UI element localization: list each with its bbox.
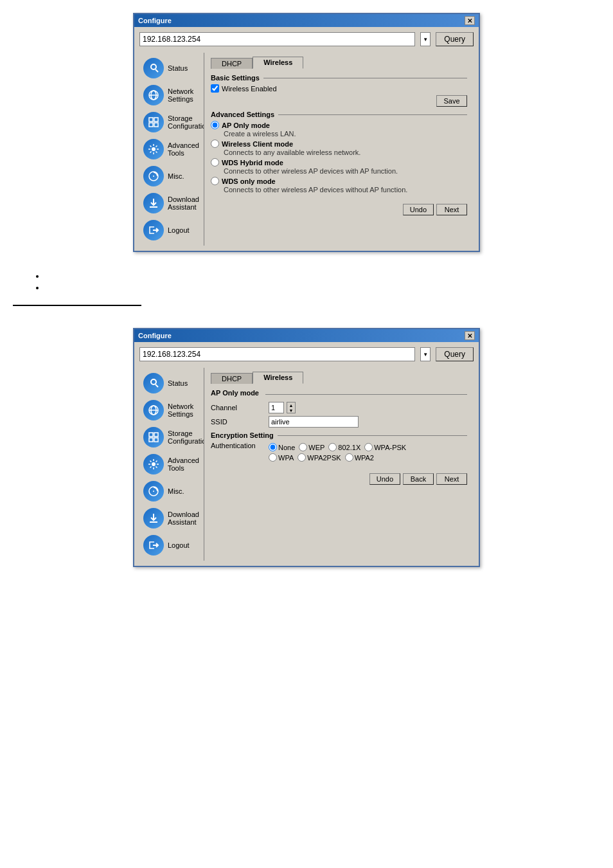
auth-wpa2-radio[interactable] (345, 453, 353, 462)
bullets-section (13, 271, 600, 292)
sidebar-label-download-1: DownloadAssistant (168, 195, 199, 211)
tab-dhcp-2[interactable]: DHCP (211, 373, 253, 384)
auth-none-radio[interactable] (269, 443, 277, 451)
window-title-2: Configure (138, 332, 172, 339)
auth-row: Authentication None WEP (211, 442, 467, 463)
tab-dhcp-1[interactable]: DHCP (211, 58, 253, 69)
auth-wpa2psk-radio[interactable] (298, 453, 306, 462)
svg-rect-21 (154, 438, 158, 442)
auth-wpa-radio[interactable] (269, 453, 277, 462)
auth-wpapsk-radio[interactable] (364, 443, 373, 451)
logout-icon-1 (143, 220, 164, 240)
ap-mode-header-row: AP Only mode (211, 389, 467, 399)
auth-wpa: WPA (269, 453, 294, 462)
auth-none-label: None (278, 444, 295, 451)
sidebar-item-download-1[interactable]: DownloadAssistant (139, 190, 204, 216)
address-bar-1: ▼ Query (139, 32, 474, 46)
auth-label: Authentication (211, 442, 269, 449)
tab-wireless-1[interactable]: Wireless (253, 57, 303, 69)
storage-icon-2 (143, 427, 164, 448)
svg-rect-18 (149, 433, 153, 437)
advanced-icon-2 (143, 454, 164, 475)
sidebar-item-download-2[interactable]: DownloadAssistant (139, 505, 204, 531)
sidebar-item-advanced-2[interactable]: AdvancedTools (139, 451, 204, 477)
address-dropdown-1[interactable]: ▼ (420, 32, 431, 46)
address-input-1[interactable] (139, 32, 415, 46)
download-icon-2 (143, 508, 164, 529)
close-button-1[interactable]: ✕ (465, 16, 475, 25)
network-icon-2 (143, 400, 164, 420)
section-encryption-2: Encryption Setting (211, 431, 467, 439)
sidebar-item-status-1[interactable]: Status (139, 55, 204, 81)
auth-none: None (269, 443, 295, 451)
configure-window-1: Configure ✕ ▼ Query Status (133, 13, 480, 252)
svg-rect-7 (149, 123, 153, 127)
sidebar-label-misc-1: Misc. (168, 172, 184, 180)
mode-wdso-radio-1[interactable] (211, 177, 219, 185)
svg-point-0 (151, 64, 156, 69)
channel-up[interactable]: ▲ (287, 402, 295, 408)
sidebar-item-misc-1[interactable]: Misc. (139, 163, 204, 189)
svg-point-11 (153, 176, 154, 177)
sidebar-item-logout-2[interactable]: Logout (139, 532, 204, 558)
section-advanced-1: Advanced Settings (211, 111, 467, 118)
window-body-2: ▼ Query Status NetworkSettings (134, 342, 479, 566)
main-layout-1: Status NetworkSettings StorageConfigurat… (139, 53, 474, 246)
address-dropdown-2[interactable]: ▼ (420, 347, 431, 361)
undo-button-2[interactable]: Undo (369, 473, 400, 485)
channel-down[interactable]: ▼ (287, 408, 295, 413)
address-input-2[interactable] (139, 347, 415, 361)
mode-wdsh-radio-1[interactable] (211, 158, 219, 167)
query-button-2[interactable]: Query (436, 347, 474, 361)
sidebar-item-status-2[interactable]: Status (139, 370, 204, 396)
wireless-enabled-row-1: Wireless Enabled (211, 84, 467, 93)
auth-8021x-label: 802.1X (338, 444, 360, 451)
undo-button-1[interactable]: Undo (403, 204, 434, 215)
sidebar-item-logout-1[interactable]: Logout (139, 217, 204, 243)
sidebar-item-network-1[interactable]: NetworkSettings (139, 82, 204, 108)
tabs-1: DHCP Wireless (211, 57, 467, 69)
auth-wpa-label: WPA (278, 454, 294, 462)
auth-wpapsk: WPA-PSK (364, 443, 406, 451)
ssid-input[interactable] (269, 416, 359, 428)
bottom-btns-2: Undo Back Next (211, 469, 467, 485)
auth-wpa2psk-label: WPA2PSK (307, 454, 341, 462)
auth-wep-radio[interactable] (299, 443, 307, 451)
separator-line (13, 305, 141, 306)
ssid-label: SSID (211, 418, 269, 426)
mode-ap-radio-1[interactable] (211, 121, 219, 129)
mode-wdso-row-1: WDS only mode (211, 177, 467, 185)
sidebar-item-network-2[interactable]: NetworkSettings (139, 397, 204, 423)
mode-wdsh-desc-1: Connects to other wireless AP devices wi… (224, 167, 467, 175)
sidebar-label-advanced-2: AdvancedTools (168, 457, 199, 472)
next-button-1[interactable]: Next (436, 204, 467, 215)
sidebar-label-network-1: NetworkSettings (168, 87, 193, 103)
sidebar-item-misc-2[interactable]: Misc. (139, 478, 204, 504)
back-button-2[interactable]: Back (403, 473, 434, 485)
wireless-enabled-checkbox-1[interactable] (211, 84, 219, 93)
svg-point-22 (152, 462, 155, 466)
sidebar-item-storage-2[interactable]: StorageConfiguration (139, 424, 204, 450)
next-button-2[interactable]: Next (436, 473, 467, 485)
mode-wc-desc-1: Connects to any available wireless netwo… (224, 149, 467, 156)
query-button-1[interactable]: Query (436, 32, 474, 46)
sidebar-item-storage-1[interactable]: StorageConfiguration (139, 109, 204, 135)
auth-wpa2-label: WPA2 (355, 454, 374, 462)
auth-options-container: None WEP 802.1X (269, 442, 406, 463)
sidebar-item-advanced-1[interactable]: AdvancedTools (139, 136, 204, 162)
tab-wireless-2[interactable]: Wireless (253, 372, 303, 384)
save-button-1[interactable]: Save (436, 95, 467, 107)
mode-wdso-label-1: WDS only mode (222, 177, 276, 185)
mode-wc-radio-1[interactable] (211, 140, 219, 148)
channel-input[interactable] (269, 402, 284, 413)
close-button-2[interactable]: ✕ (465, 331, 475, 340)
auth-wpa2psk: WPA2PSK (298, 453, 341, 462)
ap-mode-title: AP Only mode (211, 389, 259, 397)
wireless-enabled-label-1: Wireless Enabled (222, 85, 277, 93)
svg-rect-8 (154, 123, 158, 127)
titlebar-2: Configure ✕ (134, 329, 479, 342)
channel-spinner[interactable]: ▲ ▼ (287, 402, 296, 413)
auth-8021x-radio[interactable] (328, 443, 337, 451)
window-title-1: Configure (138, 17, 172, 24)
bullet-item-1 (45, 271, 587, 280)
